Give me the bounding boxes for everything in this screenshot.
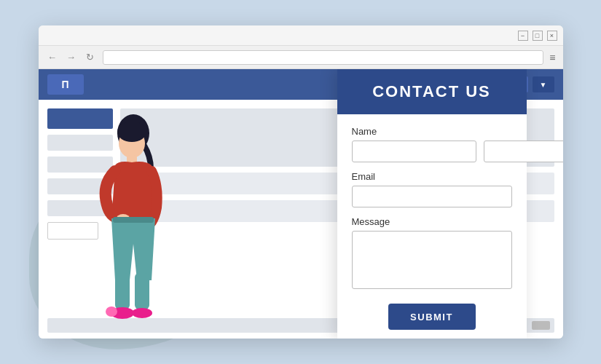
contact-form-body: Name Email Message <box>337 114 527 339</box>
svg-point-2 <box>117 122 146 142</box>
contact-form-card: CONTACT US Name Email <box>337 69 527 339</box>
page-content: П ▼ <box>39 69 563 339</box>
close-button[interactable]: × <box>547 31 557 41</box>
svg-rect-5 <box>115 273 130 309</box>
menu-icon[interactable]: ≡ <box>549 52 555 63</box>
scrollbar-thumb[interactable] <box>532 321 550 330</box>
name-field-group: Name <box>352 126 512 162</box>
title-bar: − □ × <box>39 25 563 46</box>
svg-rect-10 <box>113 217 154 223</box>
svg-rect-6 <box>135 273 149 309</box>
contact-form-header: CONTACT US <box>337 69 527 114</box>
back-button[interactable]: ← <box>46 51 59 64</box>
first-name-input[interactable] <box>352 141 476 162</box>
last-name-input[interactable] <box>484 141 563 162</box>
window-frame: − □ × ← → ↻ ≡ П <box>39 25 563 339</box>
address-bar[interactable] <box>103 50 544 65</box>
minimize-button[interactable]: − <box>518 31 528 41</box>
submit-button[interactable]: SUBMIT <box>388 304 476 330</box>
nav-dropdown[interactable]: ▼ <box>533 76 554 92</box>
email-label: Email <box>352 171 512 182</box>
email-field-group: Email <box>352 171 512 207</box>
contact-form-title: CONTACT US <box>372 82 491 100</box>
site-logo: П <box>47 74 84 95</box>
message-input[interactable] <box>352 231 512 289</box>
browser-toolbar: ← → ↻ ≡ <box>39 46 563 69</box>
message-label: Message <box>352 216 512 227</box>
restore-button[interactable]: □ <box>533 31 543 41</box>
name-label: Name <box>352 126 512 137</box>
name-row <box>352 141 512 162</box>
refresh-button[interactable]: ↻ <box>84 51 97 64</box>
forward-button[interactable]: → <box>65 51 78 64</box>
svg-point-8 <box>106 306 117 317</box>
message-field-group: Message <box>352 216 512 292</box>
person-illustration <box>75 106 192 339</box>
browser-window: − □ × ← → ↻ ≡ П <box>39 25 563 339</box>
svg-point-9 <box>132 308 152 318</box>
email-input[interactable] <box>352 186 512 207</box>
